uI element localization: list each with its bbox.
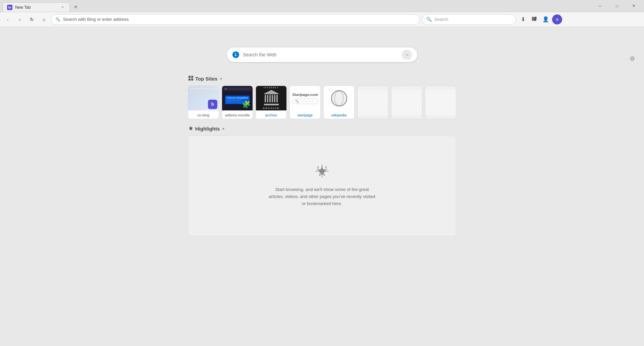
svg-rect-2 xyxy=(532,17,533,21)
site-thumbnail-empty-3 xyxy=(425,90,456,115)
close-button[interactable]: ✕ xyxy=(626,1,641,11)
archive-columns xyxy=(265,95,278,102)
archive-thumbnail: INTERNET xyxy=(256,86,286,110)
highlights-title: Highlights xyxy=(195,126,220,132)
site-thumbnail-addons: Chinese Simplified Language Pack add-ons… xyxy=(222,86,253,110)
cnbing-thumbnail: b xyxy=(188,86,219,110)
col4 xyxy=(272,95,273,102)
site-thumbnail-archive: INTERNET xyxy=(256,86,286,110)
search-icon-right: 🔍 xyxy=(426,17,432,22)
highlights-section: Highlights ▾ Start browsing, and we'll s… xyxy=(188,126,456,236)
bing-overlay-icon: b xyxy=(208,100,217,109)
svg-text:W: W xyxy=(8,5,12,9)
addons-thumbnail: Chinese Simplified Language Pack add-ons… xyxy=(222,86,253,110)
site-label-startpage: startpage xyxy=(297,110,314,119)
download-icon: ⬇ xyxy=(521,16,525,22)
address-text: Search with Bing or enter address xyxy=(63,17,416,22)
hamburger-icon: ≡ xyxy=(556,17,558,22)
wiki-globe-oval xyxy=(334,91,343,106)
wikipedia-thumbnail xyxy=(324,86,354,110)
site-thumbnail-empty-1 xyxy=(358,90,388,115)
window-controls: ─ □ ✕ xyxy=(592,1,641,11)
svg-point-16 xyxy=(325,166,327,168)
highlights-expand-icon[interactable]: ▾ xyxy=(222,127,224,131)
tab-close-button[interactable]: × xyxy=(60,5,65,10)
svg-marker-10 xyxy=(189,126,193,130)
bing-logo xyxy=(232,51,239,58)
site-tile-empty-1[interactable] xyxy=(357,86,388,119)
wiki-globe xyxy=(331,90,347,106)
search-placeholder: Search xyxy=(434,17,448,22)
startpage-thumbnail: Startpage.com 🔍 xyxy=(290,86,320,110)
col3 xyxy=(269,95,271,102)
library-button[interactable] xyxy=(529,14,539,24)
site-tile-startpage[interactable]: Startpage.com 🔍 startpage xyxy=(289,86,321,119)
address-bar[interactable]: 🔍 Search with Bing or enter address xyxy=(51,14,420,25)
toolbar-icons: ⬇ 👤 ≡ xyxy=(518,14,562,24)
search-bar-right[interactable]: 🔍 Search xyxy=(422,14,516,25)
highlights-empty-text: Start browsing, and we'll show some of t… xyxy=(268,186,376,207)
menu-button[interactable]: ≡ xyxy=(552,14,562,24)
profile-button[interactable]: 👤 xyxy=(541,14,551,24)
site-thumbnail-startpage: Startpage.com 🔍 xyxy=(290,86,320,110)
site-tile-empty-3[interactable] xyxy=(425,86,456,119)
highlights-box: Start browsing, and we'll show some of t… xyxy=(188,136,456,236)
title-bar: W New Tab × + ─ □ ✕ xyxy=(0,0,644,12)
site-label-wikipedia: wikipedia xyxy=(331,110,347,119)
top-sites-title: Top Sites xyxy=(195,76,217,82)
archive-pediment xyxy=(265,90,278,93)
site-tile-cnbing[interactable]: b cn.bing xyxy=(188,86,219,119)
site-thumbnail-wikipedia xyxy=(324,86,354,110)
forward-button[interactable]: › xyxy=(15,14,25,24)
active-tab[interactable]: W New Tab × xyxy=(3,2,70,12)
highlights-icon xyxy=(189,126,193,132)
col5 xyxy=(274,95,275,102)
svg-rect-3 xyxy=(533,17,534,21)
site-tile-addons-mozilla[interactable]: Chinese Simplified Language Pack add-ons… xyxy=(222,86,253,119)
site-label-addons: addons.mozilla xyxy=(224,110,250,119)
search-input[interactable] xyxy=(243,52,398,57)
site-thumbnail-cnbing: b xyxy=(188,86,219,110)
archive-building xyxy=(264,90,279,105)
col6 xyxy=(276,95,278,102)
svg-rect-4 xyxy=(534,17,537,21)
minimize-button[interactable]: ─ xyxy=(592,1,608,11)
profile-icon: 👤 xyxy=(542,16,549,22)
highlights-header: Highlights ▾ xyxy=(188,126,456,132)
search-icon: 🔍 xyxy=(55,17,60,22)
site-tile-archive[interactable]: INTERNET xyxy=(256,86,287,119)
tab-strip: W New Tab × + xyxy=(3,0,592,12)
site-label-archive: archive xyxy=(265,110,278,119)
back-button[interactable]: ‹ xyxy=(3,14,13,24)
reload-button[interactable]: ↻ xyxy=(27,14,37,24)
site-thumbnail-empty-2 xyxy=(391,90,422,115)
library-icon xyxy=(532,16,537,23)
svg-point-15 xyxy=(317,166,319,168)
svg-point-5 xyxy=(232,51,239,58)
tab-favicon: W xyxy=(7,5,12,10)
download-button[interactable]: ⬇ xyxy=(518,14,528,24)
gear-icon: ⚙ xyxy=(630,55,635,62)
home-button[interactable]: ⌂ xyxy=(39,14,49,24)
page-content: ⚙ → Top Sites ▾ xyxy=(0,27,644,346)
col2 xyxy=(267,95,268,102)
col1 xyxy=(265,95,266,102)
site-tile-wikipedia[interactable]: wikipedia xyxy=(323,86,355,119)
new-tab-button[interactable]: + xyxy=(71,2,80,12)
top-sites-grid: b cn.bing Chinese S xyxy=(188,86,456,119)
svg-rect-7 xyxy=(191,76,193,78)
top-sites-expand-icon[interactable]: ▾ xyxy=(220,77,222,81)
restore-button[interactable]: □ xyxy=(609,1,625,11)
page-settings-button[interactable]: ⚙ xyxy=(627,54,637,64)
top-sites-header: Top Sites ▾ xyxy=(188,76,456,82)
svg-rect-6 xyxy=(189,76,191,78)
search-submit-button[interactable]: → xyxy=(402,50,412,60)
site-label-cnbing: cn.bing xyxy=(197,110,210,119)
site-tile-empty-2[interactable] xyxy=(391,86,422,119)
main-search-box[interactable]: → xyxy=(226,47,418,62)
grid-icon xyxy=(189,76,193,82)
svg-rect-9 xyxy=(191,79,193,81)
tab-title: New Tab xyxy=(15,5,57,10)
svg-rect-8 xyxy=(189,79,191,81)
archive-base xyxy=(264,104,279,105)
